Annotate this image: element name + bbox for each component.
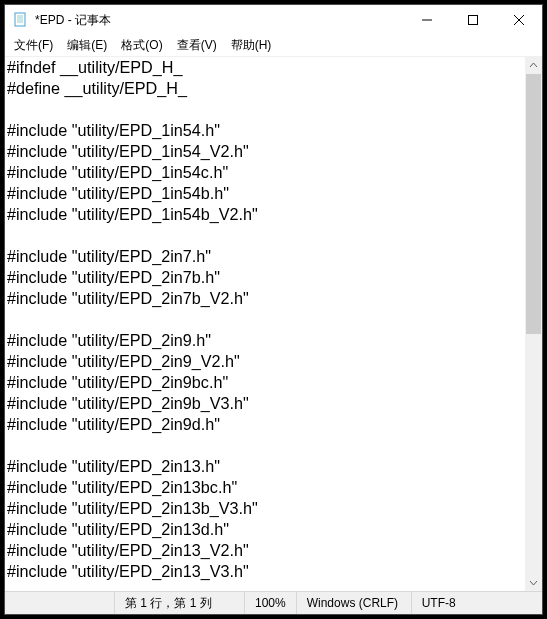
status-eol: Windows (CRLF) [297, 592, 412, 614]
window-title: *EPD - 记事本 [35, 12, 404, 29]
menu-edit[interactable]: 编辑(E) [60, 35, 114, 56]
status-zoom[interactable]: 100% [245, 592, 297, 614]
status-spacer [5, 592, 115, 614]
titlebar[interactable]: *EPD - 记事本 [5, 5, 542, 35]
svg-rect-6 [469, 16, 478, 25]
statusbar: 第 1 行，第 1 列 100% Windows (CRLF) UTF-8 [5, 591, 542, 614]
notepad-window: *EPD - 记事本 文件(F) 编辑(E) 格式(O) 查看(V) 帮助(H)… [4, 4, 543, 615]
scroll-thumb[interactable] [526, 74, 541, 334]
window-controls [404, 5, 542, 35]
menu-help[interactable]: 帮助(H) [224, 35, 279, 56]
scroll-up-button[interactable] [525, 57, 542, 74]
editor-area: #ifndef __utility/EPD_H_ #define __utili… [5, 56, 542, 591]
vertical-scrollbar[interactable] [525, 57, 542, 591]
status-caret-position: 第 1 行，第 1 列 [115, 592, 245, 614]
menubar: 文件(F) 编辑(E) 格式(O) 查看(V) 帮助(H) [5, 35, 542, 56]
notepad-app-icon [13, 12, 29, 28]
maximize-button[interactable] [450, 5, 496, 35]
menu-view[interactable]: 查看(V) [170, 35, 224, 56]
menu-format[interactable]: 格式(O) [114, 35, 169, 56]
text-editor[interactable]: #ifndef __utility/EPD_H_ #define __utili… [5, 57, 525, 591]
scroll-down-button[interactable] [525, 574, 542, 591]
menu-file[interactable]: 文件(F) [7, 35, 60, 56]
close-button[interactable] [496, 5, 542, 35]
minimize-button[interactable] [404, 5, 450, 35]
status-encoding: UTF-8 [412, 592, 542, 614]
